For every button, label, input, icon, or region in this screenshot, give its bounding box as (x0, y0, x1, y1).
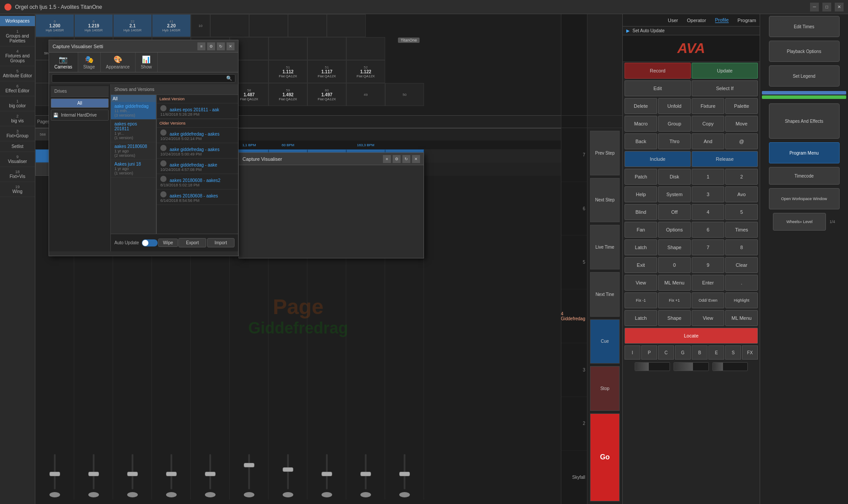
num-1-button[interactable]: 1 (692, 169, 724, 185)
fixture-cell[interactable]: 41 2.20 Hyb 140SR (152, 14, 191, 37)
delete-button[interactable]: Delete (625, 98, 657, 114)
fixture-cell[interactable] (327, 14, 366, 37)
stop-button[interactable]: Stop (590, 366, 620, 411)
fixture-cell[interactable]: 22 2.1 Hyb 140SR (113, 14, 152, 37)
view-button[interactable]: View (625, 275, 657, 291)
version-item-3[interactable]: aake giddefredag - aakes 10/24/2018 5:00… (157, 143, 238, 159)
num-3-button[interactable]: 3 (692, 186, 724, 202)
unfold-button[interactable]: Unfold (658, 98, 691, 114)
dialog-gear-btn[interactable]: ⚙ (207, 42, 215, 50)
shape-button[interactable]: Shape (658, 239, 691, 255)
file-item-2[interactable]: aakes epos 201811 1 yr... (1 version) (111, 120, 156, 142)
tab-show[interactable]: 📊 Show (136, 53, 158, 72)
fixture-cell[interactable]: 49 (346, 83, 385, 106)
tab-cameras[interactable]: 📷 Cameras (49, 53, 78, 72)
thro-button[interactable]: Thro (658, 133, 691, 149)
sidebar-item-wing[interactable]: 19 Wing (0, 182, 35, 197)
fader-handle-8[interactable] (322, 472, 332, 476)
program-menu-button[interactable]: Program Menu (769, 142, 840, 163)
fader-knob-5[interactable] (205, 492, 216, 497)
options-button[interactable]: Options (658, 222, 691, 238)
dialog-menu-btn[interactable]: ≡ (197, 42, 205, 50)
patch-button[interactable]: Patch (625, 169, 657, 185)
fixture-cell[interactable]: 51 1.112 Flat QA12X (269, 60, 307, 83)
dialog-close-btn[interactable]: ✕ (227, 42, 235, 50)
odd-even-button[interactable]: Odd/ Even (692, 292, 724, 308)
release-button[interactable]: Release (692, 151, 758, 167)
fader-knob-4[interactable] (166, 492, 177, 497)
copy-button[interactable]: Copy (692, 116, 724, 132)
ml-menu2-button[interactable]: ML Menu (725, 310, 758, 326)
disk-button[interactable]: Disk (658, 169, 691, 185)
off-button[interactable]: Off (658, 204, 691, 220)
version-item-2[interactable]: aake giddefredag - aakes 10/24/2018 5:02… (157, 128, 238, 143)
btn-c[interactable]: C (658, 345, 674, 360)
btn-g[interactable]: G (675, 345, 691, 360)
fader-knob-2[interactable] (88, 492, 99, 497)
fix-plus1-button[interactable]: Fix +1 (658, 292, 691, 308)
fixture-cell[interactable] (210, 14, 249, 37)
enter-button[interactable]: Enter (692, 275, 724, 291)
timecode-button[interactable]: Timecode (769, 167, 840, 185)
latch2-button[interactable]: Latch (625, 310, 657, 326)
fader-knob-10[interactable] (399, 492, 410, 497)
fixture-cell[interactable]: 59 1.492 Flat QA12X (269, 83, 307, 106)
fader-knob-3[interactable] (127, 492, 138, 497)
search-input[interactable] (55, 76, 226, 81)
cue-button[interactable]: Cue (590, 319, 620, 364)
import-button[interactable]: Import (207, 238, 235, 247)
next-time-button[interactable]: Next Tine (590, 272, 620, 317)
blind-button[interactable]: Blind (625, 204, 657, 220)
clear-button[interactable]: Clear (725, 257, 758, 273)
fixture-button[interactable]: Fixture (692, 98, 724, 114)
locate-button[interactable]: Locate (625, 328, 758, 344)
minimize-button[interactable]: ─ (810, 3, 819, 11)
sidebar-item-bigvis[interactable]: 2 big vis (0, 111, 35, 126)
ml-menu-button[interactable]: ML Menu (658, 275, 691, 291)
edit-button[interactable]: Edit (625, 80, 691, 96)
group-button[interactable]: Group (658, 116, 691, 132)
at-button[interactable]: @ (725, 133, 758, 149)
open-workspace-button[interactable]: Open Workspace Window (769, 188, 840, 209)
palette-button[interactable]: Palette (725, 98, 758, 114)
fixture-cell[interactable]: 6 1.219 Hyb 140SR (74, 14, 113, 37)
num-2-button[interactable]: 2 (725, 169, 758, 185)
btn-fx[interactable]: FX (742, 345, 758, 360)
wipe-button[interactable]: Wipe (158, 239, 178, 247)
fader-handle-4[interactable] (166, 472, 177, 476)
sidebar-item-fixtgroup[interactable]: 3 Fixt+Group (0, 126, 35, 141)
fader-handle-9[interactable] (360, 472, 371, 476)
sidebar-item-groups[interactable]: 1 Groups and Palettes (0, 27, 35, 46)
vis-refresh-btn[interactable]: ↻ (402, 155, 410, 163)
maximize-button[interactable]: □ (822, 3, 831, 11)
wheels-level-button[interactable]: Wheels= Level (773, 213, 826, 231)
sidebar-item-fixtures[interactable]: 4 Fixtures and Groups (0, 46, 35, 66)
times-button[interactable]: Times (725, 222, 758, 238)
system-button[interactable]: System (658, 186, 691, 202)
fix-minus1-button[interactable]: Fix -1 (625, 292, 657, 308)
fader-handle-2[interactable] (88, 472, 99, 476)
fader-knob-7[interactable] (283, 492, 293, 497)
file-item-4[interactable]: Aakes juni 18 1 yr ago (1 version) (111, 160, 156, 178)
dot-button[interactable]: . (725, 275, 758, 291)
sidebar-item-workspaces[interactable]: Workspaces (0, 16, 35, 27)
tab-appearance[interactable]: 🎨 Appearance (101, 53, 136, 72)
nav-user[interactable]: User (668, 18, 678, 23)
vis-menu-btn[interactable]: ≡ (383, 155, 391, 163)
latch-button[interactable]: Latch (625, 239, 657, 255)
auto-update-toggle-track[interactable] (142, 239, 158, 246)
fixture-cell[interactable]: 10 (191, 14, 210, 37)
btn-p[interactable]: P (641, 345, 657, 360)
btn-i[interactable]: I (625, 345, 640, 360)
go-button[interactable]: Go (590, 413, 620, 501)
version-item-1[interactable]: aakes epos 201811 - aak 11/6/2018 5:26:2… (157, 103, 238, 119)
fader-handle-10[interactable] (399, 472, 410, 476)
view2-button[interactable]: View (692, 310, 724, 326)
fader-handle-7[interactable] (283, 467, 293, 472)
btn-e[interactable]: E (708, 345, 724, 360)
fader-handle-6[interactable] (244, 463, 254, 467)
fixture-cell[interactable] (288, 14, 327, 37)
tab-stage[interactable]: 🎭 Stage (78, 53, 101, 72)
sidebar-item-attribute[interactable]: 5 Attribute Editor (0, 66, 35, 81)
macro-button[interactable]: Macro (625, 116, 657, 132)
